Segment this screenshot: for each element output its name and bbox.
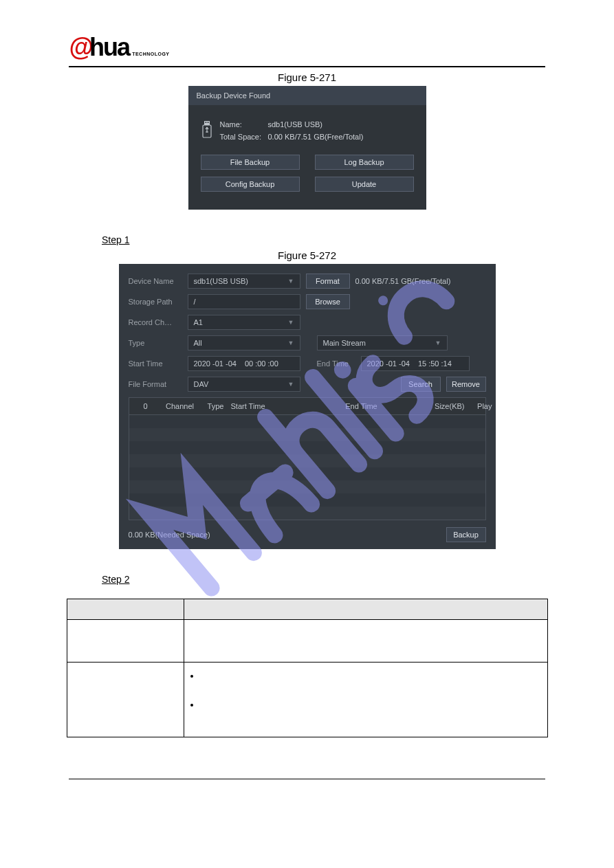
log-backup-button[interactable]: Log Backup bbox=[315, 155, 414, 170]
desc-header bbox=[184, 599, 547, 620]
logo-text: hua bbox=[89, 33, 129, 62]
total-space-label: Total Space: bbox=[220, 133, 268, 141]
dialog-title: Backup Device Found bbox=[188, 86, 426, 105]
chevron-down-icon: ▼ bbox=[288, 319, 294, 326]
start-time-label: Start Time bbox=[129, 359, 182, 368]
results-table: 0 Channel Type Start Time End Time Size(… bbox=[129, 397, 486, 520]
col-index: 0 bbox=[132, 402, 160, 410]
svg-rect-0 bbox=[204, 121, 210, 125]
svg-rect-2 bbox=[207, 122, 208, 123]
browse-button[interactable]: Browse bbox=[306, 294, 350, 309]
svg-rect-1 bbox=[205, 122, 206, 123]
start-time-input[interactable]: 2020 -01 -04 00 :00 :00 bbox=[188, 356, 300, 371]
table-row bbox=[129, 480, 485, 493]
needed-space-text: 0.00 KB(Needed Space) bbox=[129, 531, 210, 539]
bullet-item bbox=[201, 671, 535, 700]
type-select[interactable]: All ▼ bbox=[188, 335, 300, 350]
end-time-input[interactable]: 2020 -01 -04 15 :50 :14 bbox=[361, 356, 470, 371]
step-2-label: Step 2 bbox=[102, 574, 614, 585]
col-start-time: Start Time bbox=[231, 402, 314, 410]
file-backup-panel: Device Name sdb1(USB USB) ▼ Format 0.00 … bbox=[119, 264, 496, 549]
brand-logo: @ hua TECHNOLOGY bbox=[69, 33, 545, 62]
step-1-label: Step 1 bbox=[102, 234, 614, 245]
end-time-label: End Time bbox=[317, 359, 355, 368]
device-name-label-272: Device Name bbox=[129, 277, 182, 285]
parameter-table bbox=[67, 599, 548, 737]
table-row bbox=[129, 467, 485, 480]
logo-mark: @ bbox=[69, 33, 91, 62]
free-total-summary: 0.00 KB/7.51 GB(Free/Total) bbox=[355, 277, 451, 285]
chevron-down-icon: ▼ bbox=[435, 340, 441, 346]
col-size: Size(KB) bbox=[410, 402, 465, 410]
search-button[interactable]: Search bbox=[401, 377, 441, 392]
type-label: Type bbox=[129, 339, 182, 347]
desc-row-2 bbox=[184, 663, 547, 737]
figure-caption-272: Figure 5-272 bbox=[0, 249, 614, 261]
param-header bbox=[67, 599, 184, 620]
device-name-select[interactable]: sdb1(USB USB) ▼ bbox=[188, 274, 300, 289]
logo-subtext: TECHNOLOGY bbox=[132, 52, 169, 56]
footer-rule bbox=[69, 779, 545, 779]
figure-caption-271: Figure 5-271 bbox=[0, 71, 614, 83]
table-row bbox=[129, 428, 485, 441]
document-header: @ hua TECHNOLOGY bbox=[0, 0, 614, 67]
backup-button[interactable]: Backup bbox=[446, 527, 486, 542]
table-row bbox=[129, 493, 485, 507]
file-format-select[interactable]: DAV ▼ bbox=[188, 377, 300, 392]
col-type: Type bbox=[201, 402, 231, 410]
storage-path-label: Storage Path bbox=[129, 298, 182, 306]
record-channel-select[interactable]: A1 ▼ bbox=[188, 315, 300, 330]
header-rule bbox=[69, 66, 545, 67]
param-row-1 bbox=[67, 620, 184, 663]
table-row bbox=[129, 415, 485, 428]
table-row bbox=[129, 454, 485, 467]
config-backup-button[interactable]: Config Backup bbox=[201, 177, 300, 192]
device-name-value: sdb1(USB USB) bbox=[268, 120, 364, 129]
format-button[interactable]: Format bbox=[306, 274, 350, 289]
desc-row-1 bbox=[184, 620, 547, 663]
chevron-down-icon: ▼ bbox=[288, 340, 294, 346]
col-play: Play bbox=[465, 402, 492, 410]
device-name-select-value: sdb1(USB USB) bbox=[194, 277, 248, 285]
file-backup-button[interactable]: File Backup bbox=[201, 155, 300, 170]
bullet-item bbox=[201, 700, 535, 728]
storage-path-input[interactable]: / bbox=[188, 294, 300, 309]
total-space-value: 0.00 KB/7.51 GB(Free/Total) bbox=[268, 133, 364, 141]
param-row-2 bbox=[67, 663, 184, 737]
usb-icon bbox=[201, 120, 213, 140]
table-row bbox=[129, 441, 485, 454]
remove-button[interactable]: Remove bbox=[446, 377, 486, 392]
results-body bbox=[129, 415, 485, 520]
file-format-label: File Format bbox=[129, 380, 182, 388]
table-row bbox=[129, 507, 485, 520]
chevron-down-icon: ▼ bbox=[288, 381, 294, 388]
update-button[interactable]: Update bbox=[315, 177, 414, 192]
record-channel-label: Record Ch… bbox=[129, 318, 182, 326]
stream-select[interactable]: Main Stream ▼ bbox=[317, 335, 448, 350]
backup-device-dialog: Backup Device Found Name: sdb1(USB USB) … bbox=[188, 86, 426, 210]
device-name-label: Name: bbox=[220, 120, 268, 129]
chevron-down-icon: ▼ bbox=[288, 278, 294, 285]
col-end-time: End Time bbox=[314, 402, 410, 410]
col-channel: Channel bbox=[160, 402, 201, 410]
